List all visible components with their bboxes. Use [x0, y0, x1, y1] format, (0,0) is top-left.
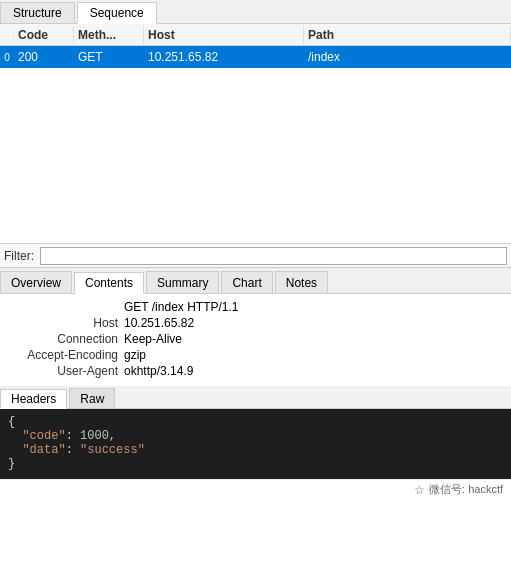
json-line-1: { [8, 415, 503, 429]
cell-code: 200 [14, 48, 74, 66]
headline-value: GET /index HTTP/1.1 [124, 300, 239, 314]
detail-user-agent-label: User-Agent [4, 364, 124, 378]
watermark-icon: ☆ [414, 483, 425, 497]
detail-accept-encoding: Accept-Encoding gzip [4, 348, 507, 362]
watermark-text: 微信号: hackctf [429, 482, 503, 497]
col-method: Meth... [74, 26, 144, 44]
detail-host: Host 10.251.65.82 [4, 316, 507, 330]
request-table-area: Code Meth... Host Path 0 200 GET 10.251.… [0, 24, 511, 244]
tab-headers[interactable]: Headers [0, 389, 67, 409]
detail-connection: Connection Keep-Alive [4, 332, 507, 346]
col-path: Path [304, 26, 511, 44]
json-line-2: "code": 1000, [8, 429, 503, 443]
bottom-tab-bar: Overview Contents Summary Chart Notes [0, 268, 511, 294]
cell-path: /index [304, 48, 511, 66]
json-close-brace: } [8, 457, 15, 471]
cell-host: 10.251.65.82 [144, 48, 304, 66]
detail-connection-label: Connection [4, 332, 124, 346]
detail-user-agent: User-Agent okhttp/3.14.9 [4, 364, 507, 378]
detail-headline: GET /index HTTP/1.1 [4, 300, 507, 314]
request-details-area: GET /index HTTP/1.1 Host 10.251.65.82 Co… [0, 294, 511, 387]
detail-user-agent-value: okhttp/3.14.9 [124, 364, 193, 378]
table-header-row: Code Meth... Host Path [0, 24, 511, 46]
tab-sequence[interactable]: Sequence [77, 2, 157, 24]
json-value-data: "success" [80, 443, 145, 457]
detail-host-label: Host [4, 316, 124, 330]
tab-raw[interactable]: Raw [69, 388, 115, 408]
filter-label: Filter: [4, 249, 34, 263]
col-index [0, 33, 14, 37]
tab-structure[interactable]: Structure [0, 2, 75, 23]
cell-method: GET [74, 48, 144, 66]
headline-label [4, 300, 124, 314]
col-host: Host [144, 26, 304, 44]
json-key-data: "data" [22, 443, 65, 457]
json-open-brace: { [8, 415, 15, 429]
tab-notes[interactable]: Notes [275, 271, 328, 293]
tab-contents[interactable]: Contents [74, 272, 144, 294]
detail-accept-encoding-label: Accept-Encoding [4, 348, 124, 362]
response-json-area: { "code": 1000, "data": "success" } [0, 409, 511, 479]
detail-accept-encoding-value: gzip [124, 348, 146, 362]
detail-host-value: 10.251.65.82 [124, 316, 194, 330]
col-code: Code [14, 26, 74, 44]
detail-connection-value: Keep-Alive [124, 332, 182, 346]
watermark-area: ☆ 微信号: hackctf [0, 479, 511, 499]
filter-input[interactable] [40, 247, 507, 265]
tab-overview[interactable]: Overview [0, 271, 72, 293]
json-line-3: "data": "success" [8, 443, 503, 457]
json-key-code: "code" [22, 429, 65, 443]
filter-area: Filter: [0, 244, 511, 268]
json-value-code: 1000, [80, 429, 116, 443]
json-line-4: } [8, 457, 503, 471]
sub-tab-bar: Headers Raw [0, 387, 511, 409]
top-tab-bar: Structure Sequence [0, 0, 511, 24]
cell-index: 0 [0, 50, 14, 65]
table-row[interactable]: 0 200 GET 10.251.65.82 /index [0, 46, 511, 68]
tab-chart[interactable]: Chart [221, 271, 272, 293]
tab-summary[interactable]: Summary [146, 271, 219, 293]
